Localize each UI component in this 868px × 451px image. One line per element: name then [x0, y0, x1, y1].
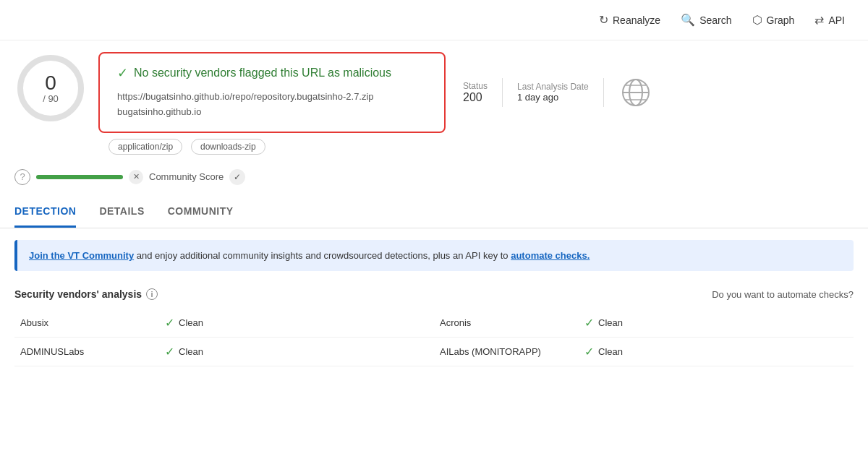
result-url-domain: bugatsinho.github.io	[117, 105, 427, 120]
community-section: ? ✕ Community Score ✓	[0, 166, 868, 191]
score-circle: 0 / 90	[14, 52, 87, 124]
community-bar	[36, 175, 123, 179]
result-label: Clean	[598, 346, 623, 357]
result-box: ✓ No security vendors flagged this URL a…	[98, 52, 446, 133]
clean-result: ✓ No security vendors flagged this URL a…	[117, 65, 427, 81]
clean-check-icon: ✓	[165, 345, 174, 358]
tab-detection[interactable]: DETECTION	[14, 197, 76, 228]
analysis-title: Security vendors' analysis i	[14, 288, 158, 300]
action-bar: ↻ Reanalyze 🔍 Search ⬡ Graph ⇄ API	[0, 0, 868, 40]
graph-icon: ⬡	[752, 13, 762, 27]
api-icon: ⇄	[814, 13, 824, 27]
automate-text: Do you want to automate checks?	[712, 289, 854, 300]
clean-check-icon: ✓	[165, 316, 174, 330]
vendor-result-acronis: ✓ Clean	[579, 309, 854, 338]
status-item: Status 200	[463, 81, 488, 104]
api-button[interactable]: ⇄ API	[806, 7, 854, 33]
result-label: Clean	[598, 317, 623, 328]
result-label: Clean	[179, 346, 203, 357]
join-vt-link[interactable]: Join the VT Community	[29, 250, 134, 261]
tab-details[interactable]: DETAILS	[99, 197, 144, 228]
clean-message: No security vendors flagged this URL as …	[134, 66, 391, 80]
analysis-title-text: Security vendors' analysis	[14, 288, 142, 300]
meta-separator	[502, 78, 503, 107]
remove-badge[interactable]: ✕	[129, 170, 143, 184]
circle-text: 0 / 90	[43, 73, 59, 104]
vendor-table: Abusix ✓ Clean Acronis ✓ Clean ADMINUSLa…	[14, 309, 854, 366]
community-banner: Join the VT Community and enjoy addition…	[14, 240, 854, 272]
score-total: / 90	[43, 93, 59, 104]
meta-section: Status 200 Last Analysis Date 1 day ago	[457, 52, 854, 133]
vendor-result-abusix: ✓ Clean	[159, 309, 434, 338]
reanalyze-icon: ↻	[599, 13, 608, 27]
search-icon: 🔍	[681, 13, 695, 27]
status-value: 200	[463, 91, 488, 104]
date-item: Last Analysis Date 1 day ago	[517, 82, 589, 103]
date-label: Last Analysis Date	[517, 82, 589, 92]
analysis-section: Security vendors' analysis i Do you want…	[0, 283, 868, 372]
table-row: ADMINUSLabs ✓ Clean AILabs (MONITORAPP) …	[14, 338, 854, 366]
analysis-header: Security vendors' analysis i Do you want…	[14, 288, 854, 300]
result-label: Clean	[179, 317, 203, 328]
graph-button[interactable]: ⬡ Graph	[744, 7, 804, 33]
vendor-name-abusix: Abusix	[14, 309, 159, 338]
clean-check-icon: ✓	[584, 345, 594, 358]
vendor-result-adminuslabs: ✓ Clean	[159, 338, 434, 366]
tags-section: application/zip downloads-zip	[94, 133, 868, 166]
tag-downloadszip[interactable]: downloads-zip	[191, 139, 265, 155]
result-url-full: https://bugatsinho.github.io/repo/reposi…	[117, 90, 427, 105]
automate-checks-link[interactable]: automate checks.	[511, 250, 590, 261]
table-row: Abusix ✓ Clean Acronis ✓ Clean	[14, 309, 854, 338]
info-icon: i	[146, 288, 158, 300]
community-check-badge[interactable]: ✓	[229, 169, 245, 185]
date-value: 1 day ago	[517, 92, 589, 103]
clean-check-icon: ✓	[584, 316, 594, 330]
clean-check-icon: ✓	[117, 65, 128, 81]
globe-icon	[618, 75, 653, 110]
vendor-name-ailabs: AILabs (MONITORAPP)	[434, 338, 579, 366]
reanalyze-button[interactable]: ↻ Reanalyze	[590, 7, 669, 33]
banner-middle-text: and enjoy additional community insights …	[134, 250, 511, 261]
vendor-name-acronis: Acronis	[434, 309, 579, 338]
search-button[interactable]: 🔍 Search	[672, 7, 740, 33]
vendor-name-adminuslabs: ADMINUSLabs	[14, 338, 159, 366]
vendor-result-ailabs: ✓ Clean	[579, 338, 854, 366]
tag-applicationzip[interactable]: application/zip	[109, 139, 182, 155]
help-icon[interactable]: ?	[14, 169, 30, 185]
meta-separator2	[603, 78, 604, 107]
community-score-label: Community Score	[149, 171, 224, 182]
score-value: 0	[43, 73, 59, 93]
tab-community[interactable]: COMMUNITY	[168, 197, 234, 228]
top-section: 0 / 90 ✓ No security vendors flagged thi…	[0, 40, 868, 133]
status-label: Status	[463, 81, 488, 91]
tabs-bar: DETECTION DETAILS COMMUNITY	[0, 197, 868, 228]
